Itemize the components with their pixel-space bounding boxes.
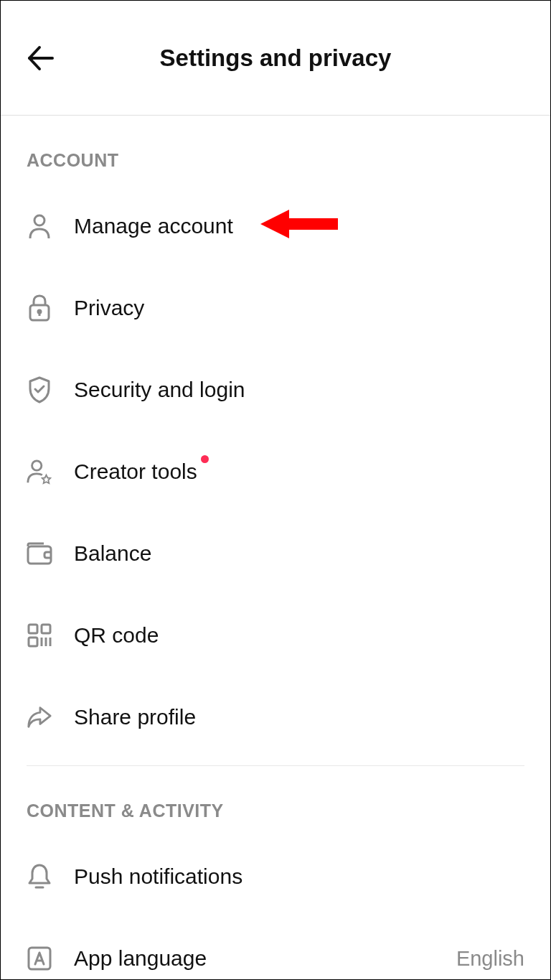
header: Settings and privacy <box>1 1 550 116</box>
arrow-left-icon <box>25 42 58 75</box>
svg-point-4 <box>32 461 42 470</box>
svg-rect-7 <box>42 625 50 633</box>
item-label: Balance <box>74 541 151 566</box>
page-title: Settings and privacy <box>22 45 529 72</box>
item-label: App language <box>74 946 207 971</box>
bell-icon <box>27 864 52 890</box>
svg-rect-5 <box>28 546 51 564</box>
person-star-icon <box>27 459 52 485</box>
item-label: Security and login <box>74 378 245 402</box>
list-item-share-profile[interactable]: Share profile <box>27 676 524 758</box>
notification-dot-icon <box>201 455 209 463</box>
item-label: Push notifications <box>74 864 242 889</box>
list-item-push-notifications[interactable]: Push notifications <box>27 836 524 918</box>
svg-rect-13 <box>29 948 50 969</box>
svg-rect-8 <box>29 638 37 646</box>
list-item-app-language[interactable]: App language English <box>27 918 524 980</box>
section-header-content-activity: CONTENT & ACTIVITY <box>27 801 524 821</box>
section-header-account: ACCOUNT <box>27 150 524 171</box>
item-value: English <box>456 947 524 971</box>
wallet-icon <box>27 541 52 566</box>
language-icon <box>27 946 52 971</box>
svg-point-0 <box>34 215 44 225</box>
content: ACCOUNT Manage account Privacy <box>1 150 550 980</box>
item-label: QR code <box>74 623 159 648</box>
list-item-privacy[interactable]: Privacy <box>27 267 524 349</box>
shield-icon <box>27 377 52 403</box>
share-icon <box>27 704 52 730</box>
item-label: Manage account <box>74 214 233 238</box>
divider <box>27 765 524 766</box>
item-label: Share profile <box>74 705 196 729</box>
list-item-creator-tools[interactable]: Creator tools <box>27 431 524 513</box>
item-label: Privacy <box>74 296 144 320</box>
list-item-security[interactable]: Security and login <box>27 349 524 431</box>
svg-rect-6 <box>29 625 37 633</box>
lock-icon <box>27 295 52 321</box>
list-item-balance[interactable]: Balance <box>27 513 524 594</box>
back-button[interactable] <box>25 42 58 75</box>
list-item-qr-code[interactable]: QR code <box>27 594 524 676</box>
person-icon <box>27 213 52 239</box>
qr-code-icon <box>27 622 52 648</box>
list-item-manage-account[interactable]: Manage account <box>27 185 524 267</box>
item-label: Creator tools <box>74 459 197 484</box>
svg-point-2 <box>38 310 41 313</box>
